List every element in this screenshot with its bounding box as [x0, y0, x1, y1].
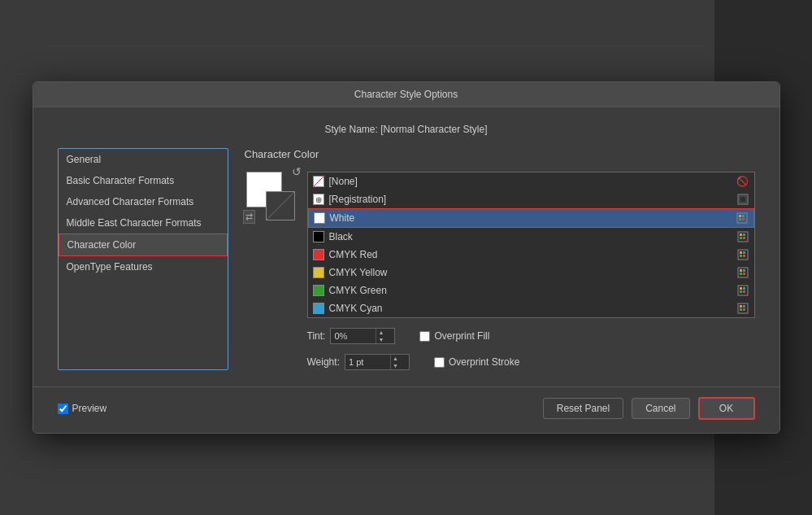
color-icon-white	[736, 212, 749, 225]
svg-rect-4	[742, 215, 745, 217]
tint-group: Tint: ▲ ▼	[307, 328, 396, 344]
color-swatch-white	[314, 212, 325, 224]
sidebar-item-basic-char-formats[interactable]: Basic Character Formats	[59, 170, 228, 191]
overprint-stroke-label: Overprint Stroke	[449, 356, 519, 368]
color-swatch-cmyk-yellow	[313, 267, 324, 278]
svg-rect-24	[743, 287, 745, 290]
color-item-registration[interactable]: [Registration]	[308, 190, 754, 208]
overprint-stroke-checkbox[interactable]	[434, 357, 445, 368]
svg-rect-18	[740, 269, 742, 272]
color-icon-none: 🚫	[736, 175, 749, 188]
weight-input[interactable]: ▲ ▼	[345, 354, 410, 370]
svg-rect-31	[743, 308, 745, 311]
sidebar-item-advanced-char-formats[interactable]: Advanced Character Formats	[59, 191, 228, 212]
weight-row: Weight: ▲ ▼	[307, 354, 755, 370]
svg-rect-20	[740, 273, 742, 275]
color-list: [None] 🚫 [Registration]	[307, 172, 755, 318]
color-icon-cmyk-green	[736, 284, 749, 297]
sidebar: General Basic Character Formats Advanced…	[58, 148, 228, 370]
svg-rect-1	[740, 196, 746, 203]
color-list-wrapper: [None] 🚫 [Registration]	[307, 172, 755, 370]
tint-label: Tint:	[307, 330, 326, 342]
panel-title: Character Color	[245, 148, 755, 160]
svg-rect-16	[743, 255, 745, 257]
color-item-cmyk-yellow[interactable]: CMYK Yellow	[308, 264, 754, 282]
right-panel: Character Color ↺ ⇄	[245, 148, 755, 370]
svg-rect-14	[743, 251, 745, 254]
swatch-background[interactable]	[266, 191, 295, 220]
svg-rect-8	[740, 233, 742, 236]
svg-rect-5	[739, 218, 741, 220]
color-item-white[interactable]: White	[308, 208, 754, 228]
color-swatch-none	[313, 176, 324, 187]
dialog-body: Style Name: [Normal Character Style] Gen…	[33, 107, 779, 386]
color-item-none[interactable]: [None] 🚫	[308, 172, 754, 190]
dialog-titlebar: Character Style Options	[33, 82, 779, 107]
weight-spin-arrows: ▲ ▼	[390, 355, 400, 369]
style-name: Style Name: [Normal Character Style]	[58, 124, 755, 135]
preview-checkbox[interactable]	[58, 404, 68, 414]
sidebar-item-middle-east-char-formats[interactable]: Middle East Character Formats	[59, 212, 228, 233]
color-item-cmyk-red[interactable]: CMYK Red	[308, 246, 754, 264]
svg-rect-26	[743, 290, 745, 293]
color-icon-black	[736, 230, 749, 243]
overprint-fill-checkbox[interactable]	[419, 331, 430, 342]
svg-rect-30	[740, 308, 742, 311]
color-swatch-area: ↺ ⇄	[246, 172, 295, 220]
svg-rect-13	[740, 251, 742, 254]
color-item-cmyk-cyan[interactable]: CMYK Cyan	[308, 299, 754, 317]
color-icon-registration	[736, 193, 749, 206]
color-preview-box: ↺ ⇄	[245, 172, 297, 370]
overprint-fill-option[interactable]: Overprint Fill	[419, 330, 489, 342]
weight-field[interactable]	[345, 357, 390, 367]
cancel-button[interactable]: Cancel	[632, 398, 689, 419]
swap-arrow-icon[interactable]: ↺	[292, 165, 302, 178]
color-item-black[interactable]: Black	[308, 228, 754, 246]
tint-input[interactable]: ▲ ▼	[330, 328, 395, 344]
dialog-title: Character Style Options	[354, 89, 458, 100]
reset-panel-button[interactable]: Reset Panel	[543, 398, 623, 419]
weight-spin-down[interactable]: ▼	[391, 362, 400, 369]
color-swatch-cmyk-red	[313, 249, 324, 260]
color-swatch-registration	[313, 194, 324, 205]
preview-option[interactable]: Preview	[58, 403, 107, 414]
color-swatch-black	[313, 231, 324, 242]
weight-spin-up[interactable]: ▲	[391, 355, 400, 362]
overprint-stroke-option[interactable]: Overprint Stroke	[434, 356, 519, 368]
weight-label: Weight:	[307, 356, 340, 368]
sidebar-item-opentype-features[interactable]: OpenType Features	[59, 256, 228, 277]
svg-rect-19	[743, 269, 745, 272]
color-swatch-cmyk-green	[313, 285, 324, 296]
footer-buttons: Reset Panel Cancel OK	[543, 397, 755, 420]
dialog-character-style-options: Character Style Options Style Name: [Nor…	[33, 81, 780, 434]
tint-spin-down[interactable]: ▼	[376, 336, 385, 343]
dialog-footer: Preview Reset Panel Cancel OK	[33, 386, 779, 433]
tint-spin-up[interactable]: ▲	[376, 329, 385, 336]
tint-spin-arrows: ▲ ▼	[376, 329, 385, 343]
sidebar-item-character-color[interactable]: Character Color	[59, 233, 228, 256]
sidebar-item-general[interactable]: General	[59, 149, 228, 170]
svg-rect-11	[743, 237, 745, 239]
preview-label: Preview	[72, 403, 107, 414]
color-icon-cmyk-red	[736, 248, 749, 261]
svg-rect-10	[740, 237, 742, 239]
overprint-fill-label: Overprint Fill	[434, 330, 489, 342]
weight-group: Weight: ▲ ▼	[307, 354, 410, 370]
color-swatch-cmyk-cyan	[313, 303, 324, 314]
swap-icon[interactable]: ⇄	[243, 210, 255, 224]
svg-rect-3	[739, 215, 741, 217]
color-item-cmyk-green[interactable]: CMYK Green	[308, 282, 754, 299]
svg-rect-15	[740, 255, 742, 257]
color-section: ↺ ⇄ [None] 🚫	[245, 172, 755, 370]
svg-rect-9	[743, 233, 745, 236]
tint-field[interactable]	[331, 331, 376, 341]
ok-button[interactable]: OK	[698, 397, 755, 420]
tint-row: Tint: ▲ ▼	[307, 328, 755, 344]
svg-rect-28	[740, 305, 742, 308]
main-content: General Basic Character Formats Advanced…	[58, 148, 755, 370]
svg-rect-25	[740, 290, 742, 293]
svg-rect-23	[740, 287, 742, 290]
color-icon-cmyk-yellow	[736, 266, 749, 279]
color-icon-cmyk-cyan	[736, 302, 749, 315]
svg-rect-6	[742, 218, 745, 220]
